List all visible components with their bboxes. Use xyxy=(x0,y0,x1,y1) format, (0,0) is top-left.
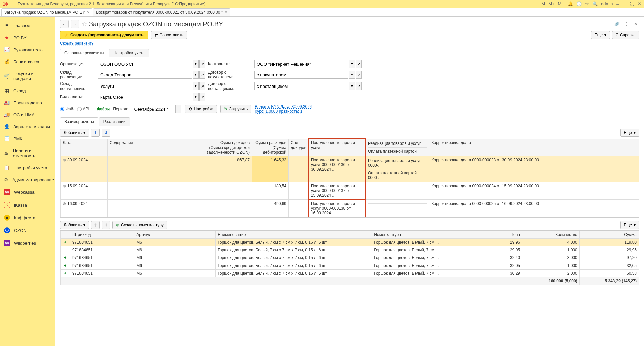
add-button[interactable]: Добавить ▾ xyxy=(60,129,89,137)
link-icon[interactable]: 🔗 xyxy=(613,20,621,28)
cell-price[interactable]: 32,05 xyxy=(463,262,522,270)
cell-account[interactable] xyxy=(289,199,309,217)
cell-sum[interactable]: 29,95 xyxy=(579,246,639,254)
settings-icon[interactable]: ≡ xyxy=(616,1,619,6)
cell-post[interactable]: Поступление товаров и услуг 0000-000136 … xyxy=(309,156,366,182)
kontr-input[interactable] xyxy=(254,60,348,68)
cell-barcode[interactable]: 971634651 xyxy=(70,262,134,270)
dog-pok-input[interactable] xyxy=(254,71,348,79)
move-down-button-bottom[interactable]: ⬇ xyxy=(102,221,110,229)
sidebar-item-tax[interactable]: ДтНалоги и отчетность xyxy=(0,145,55,162)
table-row[interactable]: + 971634651 M6 Горшок для цветов, Белый,… xyxy=(61,270,639,277)
history-icon[interactable]: 🕓 xyxy=(576,1,582,6)
sidebar-item-settings[interactable]: 📋Настройки учета xyxy=(0,162,55,174)
col-sign[interactable] xyxy=(61,231,70,239)
col-barcode[interactable]: Штрихкод xyxy=(70,231,134,239)
move-down-button[interactable]: ⬇ xyxy=(102,129,110,137)
sklad-real-input[interactable] xyxy=(98,71,192,79)
dropdown-icon[interactable]: ▼ xyxy=(349,71,355,79)
cell-content[interactable] xyxy=(108,156,178,182)
sidebar-item-assets[interactable]: 🚚ОС и НМА xyxy=(0,109,55,121)
sidebar-item-wildberries[interactable]: WWildberries xyxy=(0,237,55,249)
cell-nom[interactable]: Горшок для цветов, Белый, 7 см ... xyxy=(372,254,463,262)
cell-barcode[interactable]: 971634651 xyxy=(70,270,134,277)
favorite-icon[interactable]: ☆ xyxy=(82,20,87,28)
expand-icon[interactable]: ⊕ xyxy=(63,201,66,206)
move-up-button-bottom[interactable]: ⬆ xyxy=(91,221,100,229)
cell-nom[interactable]: Горшок для цветов, Белый, 7 см ... xyxy=(372,262,463,270)
more-button-table[interactable]: Еще ▾ xyxy=(620,129,639,137)
cell-date[interactable]: ⊕30.09.2024 xyxy=(61,156,108,182)
radio-api-input[interactable] xyxy=(77,107,82,111)
cell-qty[interactable]: 1,000 xyxy=(522,246,580,254)
cell-nom[interactable]: Горшок для цветов, Белый, 7 см ... xyxy=(372,246,463,254)
col-nom[interactable]: Номенклатура xyxy=(372,231,463,239)
cell-sign[interactable]: + xyxy=(61,270,70,277)
dropdown-icon[interactable]: ▼ xyxy=(193,71,199,79)
cell-price[interactable]: 29,95 xyxy=(463,239,522,246)
cell-real[interactable] xyxy=(366,182,429,199)
cell-art[interactable]: M6 xyxy=(134,239,216,246)
col-post[interactable]: Поступление товаров и услуг xyxy=(309,139,366,156)
cell-sum[interactable]: 32,05 xyxy=(579,262,639,270)
dropdown-icon[interactable]: ▼ xyxy=(193,60,199,68)
cell-date[interactable]: ⊕16.09.2024 xyxy=(61,199,108,217)
cell-art[interactable]: M6 xyxy=(134,254,216,262)
sidebar-item-kaffesta[interactable]: ●Каффеста xyxy=(0,211,55,224)
dropdown-icon[interactable]: ▼ xyxy=(349,82,355,90)
cell-sign[interactable]: + xyxy=(61,262,70,270)
forward-button[interactable]: → xyxy=(71,20,79,28)
cell-name[interactable]: Горшок для цветов, Белый, 7 см x 7 см x … xyxy=(216,254,372,262)
cell-nom[interactable]: Горшок для цветов, Белый, 7 см ... xyxy=(372,270,463,277)
cell-corr[interactable]: Корректировка долга 0000-000025 от 16.09… xyxy=(429,199,639,217)
sidebar-item-manager[interactable]: 📈Руководителю xyxy=(0,44,55,56)
dog-post-input[interactable] xyxy=(254,82,348,90)
load-button[interactable]: ↻Загрузить xyxy=(220,105,251,113)
cell-art[interactable]: M6 xyxy=(134,262,216,270)
sidebar-item-poby[interactable]: ★PO.BY xyxy=(0,32,55,44)
cell-expense[interactable]: 490,69 xyxy=(252,199,289,217)
col-qty[interactable]: Количество xyxy=(522,231,580,239)
tab-settlements[interactable]: Взаиморасчеты xyxy=(60,117,98,126)
dropdown-icon[interactable]: ▼ xyxy=(193,82,199,90)
cell-corr[interactable]: Корректировка долга 0000-000023 от 30.09… xyxy=(429,156,639,182)
col-date[interactable]: Дата xyxy=(61,139,108,156)
menu-icon[interactable]: ≡ xyxy=(11,1,14,7)
sklad-post-input[interactable] xyxy=(98,82,192,90)
cell-name[interactable]: Горшок для цветов, Белый, 7 см x 7 см x … xyxy=(216,246,372,254)
rate-link[interactable]: Курс: 1,0000 Кратность: 1 xyxy=(255,109,312,114)
cell-name[interactable]: Горшок для цветов, Белый, 7 см x 7 см x … xyxy=(216,270,372,277)
currency-link[interactable]: Валюта: BYN Дата: 30.09.2024 xyxy=(255,104,312,109)
open-icon[interactable]: ↗ xyxy=(199,82,205,90)
cell-barcode[interactable]: 971634651 xyxy=(70,254,134,262)
sidebar-item-production[interactable]: 🏭Производство xyxy=(0,97,55,109)
col-art[interactable]: Артикул xyxy=(134,231,216,239)
tab-close-icon[interactable]: × xyxy=(87,10,89,15)
col-account[interactable]: Счет доходов xyxy=(289,139,309,156)
cell-income[interactable]: 867,87 xyxy=(178,156,252,182)
cell-price[interactable]: 29,95 xyxy=(463,246,522,254)
radio-api[interactable]: API xyxy=(77,107,89,111)
cell-nom[interactable]: Горшок для цветов, Белый, 7 см ... xyxy=(372,239,463,246)
cell-real[interactable] xyxy=(366,199,429,217)
tab-main-req[interactable]: Основные реквизиты xyxy=(60,49,108,57)
minimize-icon[interactable]: — xyxy=(622,1,627,6)
mem-mminus[interactable]: M− xyxy=(558,1,564,6)
mem-mplus[interactable]: M+ xyxy=(548,1,554,6)
sidebar-item-rmk[interactable]: 🧾РМК xyxy=(0,133,55,145)
col-content[interactable]: Содержание xyxy=(108,139,178,156)
table-row[interactable]: ⊕15.09.2024 180,54 Поступление товаров и… xyxy=(61,182,639,199)
cell-sum[interactable]: 97,20 xyxy=(579,254,639,262)
tab-close-icon[interactable]: × xyxy=(225,10,227,15)
table-row[interactable]: + 971634651 M6 Горшок для цветов, Белый,… xyxy=(61,254,639,262)
open-icon[interactable]: ↗ xyxy=(356,82,362,90)
col-expense[interactable]: Сумма расходов(Сумма дебиторской xyxy=(252,139,289,156)
radio-file[interactable]: Файл xyxy=(60,107,76,111)
col-name[interactable]: Наименование xyxy=(216,231,372,239)
tab-ozon-load[interactable]: Загрузка продаж OZON по месяцам PO.BY × xyxy=(1,8,92,16)
add-button-bottom[interactable]: Добавить ▾ xyxy=(60,221,89,229)
cell-sign[interactable]: − xyxy=(61,246,70,254)
cell-real[interactable]: Реализация товаров и услуг 0000-...Оплат… xyxy=(366,156,429,182)
tab-settings-req[interactable]: Настройки учета xyxy=(109,49,149,57)
cell-content[interactable] xyxy=(108,199,178,217)
